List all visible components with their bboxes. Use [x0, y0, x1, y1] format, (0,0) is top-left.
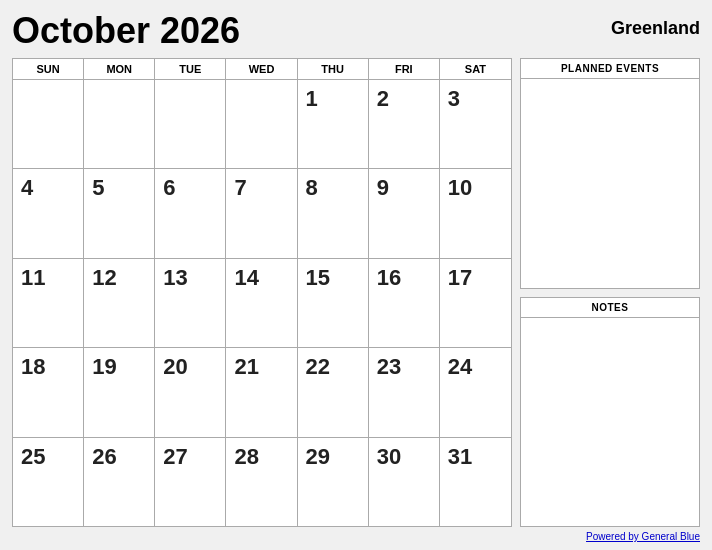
main-content: SUNMONTUEWEDTHUFRISAT 123456789101112131…: [12, 58, 700, 527]
day-header-sat: SAT: [440, 59, 511, 79]
calendar-cell: [84, 80, 155, 168]
calendar-cell: 5: [84, 169, 155, 257]
calendar-cell: 2: [369, 80, 440, 168]
calendar-cell: 23: [369, 348, 440, 436]
calendar-row-2: 11121314151617: [13, 259, 511, 348]
calendar-row-3: 18192021222324: [13, 348, 511, 437]
day-header-tue: TUE: [155, 59, 226, 79]
day-header-sun: SUN: [13, 59, 84, 79]
calendar-cell: [13, 80, 84, 168]
day-header-wed: WED: [226, 59, 297, 79]
calendar-cell: 30: [369, 438, 440, 526]
calendar-cell: 22: [298, 348, 369, 436]
calendar-cell: [155, 80, 226, 168]
calendar-cell: 21: [226, 348, 297, 436]
calendar-cell: 16: [369, 259, 440, 347]
calendar-cell: 14: [226, 259, 297, 347]
calendar-cell: 9: [369, 169, 440, 257]
month-title: October 2026: [12, 10, 240, 52]
footer-link[interactable]: Powered by General Blue: [586, 531, 700, 542]
day-header-mon: MON: [84, 59, 155, 79]
calendar-cell: 15: [298, 259, 369, 347]
calendar-cell: 24: [440, 348, 511, 436]
calendar-cell: 17: [440, 259, 511, 347]
sidebar: PLANNED EVENTS NOTES: [520, 58, 700, 527]
notes-title: NOTES: [521, 298, 699, 318]
calendar-cell: 19: [84, 348, 155, 436]
calendar-cell: 25: [13, 438, 84, 526]
calendar-header: SUNMONTUEWEDTHUFRISAT: [13, 59, 511, 80]
calendar-cell: 28: [226, 438, 297, 526]
calendar-cell: 7: [226, 169, 297, 257]
location-title: Greenland: [611, 10, 700, 39]
calendar-cell: 29: [298, 438, 369, 526]
calendar-cell: 10: [440, 169, 511, 257]
calendar-cell: 27: [155, 438, 226, 526]
calendar-cell: 1: [298, 80, 369, 168]
notes-content: [521, 318, 699, 527]
day-header-thu: THU: [298, 59, 369, 79]
page-header: October 2026 Greenland: [12, 10, 700, 52]
notes-box: NOTES: [520, 297, 700, 528]
planned-events-title: PLANNED EVENTS: [521, 59, 699, 79]
calendar-cell: 26: [84, 438, 155, 526]
calendar-cell: 3: [440, 80, 511, 168]
calendar-grid: 1234567891011121314151617181920212223242…: [13, 80, 511, 526]
calendar-cell: 18: [13, 348, 84, 436]
footer: Powered by General Blue: [12, 527, 700, 542]
calendar-row-1: 45678910: [13, 169, 511, 258]
calendar-cell: 20: [155, 348, 226, 436]
calendar-section: SUNMONTUEWEDTHUFRISAT 123456789101112131…: [12, 58, 512, 527]
calendar-cell: 8: [298, 169, 369, 257]
calendar-cell: 6: [155, 169, 226, 257]
calendar-cell: 4: [13, 169, 84, 257]
calendar-row-4: 25262728293031: [13, 438, 511, 526]
day-header-fri: FRI: [369, 59, 440, 79]
calendar-row-0: 123: [13, 80, 511, 169]
planned-events-content: [521, 79, 699, 288]
calendar-cell: 13: [155, 259, 226, 347]
calendar-cell: 12: [84, 259, 155, 347]
calendar-cell: 11: [13, 259, 84, 347]
calendar-cell: 31: [440, 438, 511, 526]
calendar-cell: [226, 80, 297, 168]
planned-events-box: PLANNED EVENTS: [520, 58, 700, 289]
